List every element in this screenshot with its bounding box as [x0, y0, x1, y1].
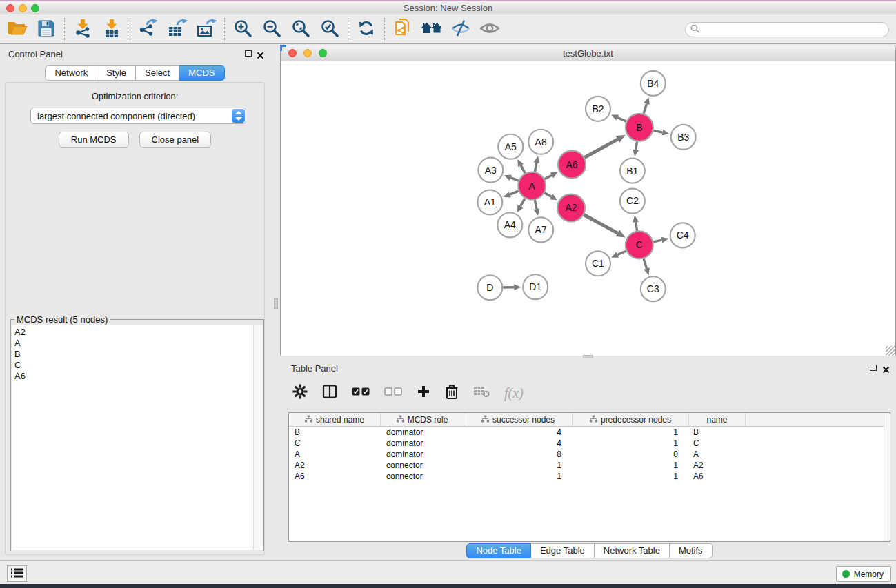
- vertical-divider-handle[interactable]: [274, 298, 278, 309]
- zoom-in-button[interactable]: [228, 16, 257, 43]
- graph-node-d1[interactable]: D1: [523, 274, 548, 299]
- mcds-result-item[interactable]: A6: [14, 371, 253, 382]
- deselect-all-button[interactable]: [384, 387, 402, 399]
- graph-node-a4[interactable]: A4: [497, 212, 522, 237]
- tab-style[interactable]: Style: [97, 65, 136, 81]
- window-titlebar[interactable]: Session: New Session: [0, 1, 896, 14]
- show-network-button[interactable]: [475, 16, 504, 43]
- network-window-titlebar[interactable]: testGlobe.txt: [281, 45, 895, 61]
- float-panel-icon[interactable]: [245, 50, 252, 57]
- graph-edge[interactable]: [636, 222, 637, 231]
- network-canvas[interactable]: AA1A3A5A8A6A2A4A7BB1B2B3B4CC1C2C3C4DD1: [281, 61, 895, 356]
- table-row[interactable]: Adominator80A: [289, 449, 890, 460]
- criterion-select[interactable]: largest connected component (directed): [30, 108, 246, 124]
- graph-node-a8[interactable]: A8: [528, 130, 553, 154]
- close-panel-icon[interactable]: [257, 50, 264, 57]
- mcds-result-item[interactable]: A2: [14, 327, 253, 338]
- export-network-button[interactable]: [134, 16, 163, 43]
- function-builder-button[interactable]: f(x): [504, 385, 524, 401]
- zoom-network-button[interactable]: [319, 49, 327, 57]
- graph-node-a1[interactable]: A1: [477, 190, 502, 215]
- tab-edge-table[interactable]: Edge Table: [531, 543, 595, 558]
- zoom-window-button[interactable]: [31, 4, 39, 12]
- column-header-shared-name[interactable]: shared name: [289, 413, 381, 427]
- graph-node-d[interactable]: D: [477, 275, 502, 300]
- graph-edge[interactable]: [617, 251, 626, 255]
- graph-edge[interactable]: [653, 130, 662, 132]
- delete-table-button[interactable]: [473, 385, 490, 401]
- split-view-button[interactable]: [322, 384, 337, 402]
- hide-network-button[interactable]: [446, 16, 475, 43]
- graph-edge[interactable]: [521, 165, 525, 173]
- mcds-result-item[interactable]: B: [14, 349, 253, 360]
- table-row[interactable]: Cdominator41C: [289, 438, 890, 449]
- tab-motifs[interactable]: Motifs: [670, 543, 713, 558]
- graph-node-a5[interactable]: A5: [498, 134, 523, 159]
- run-mcds-button[interactable]: Run MCDS: [59, 132, 129, 148]
- add-row-button[interactable]: [417, 385, 430, 401]
- graph-node-a3[interactable]: A3: [478, 158, 503, 183]
- graph-node-a2[interactable]: A2: [557, 194, 585, 222]
- close-panel-icon[interactable]: [882, 364, 890, 372]
- tab-mcds[interactable]: MCDS: [179, 65, 224, 81]
- tab-network[interactable]: Network: [45, 65, 97, 81]
- minimize-network-button[interactable]: [303, 49, 312, 57]
- minimize-window-button[interactable]: [19, 4, 27, 12]
- import-table-button[interactable]: [97, 16, 126, 43]
- graph-edge[interactable]: [535, 200, 537, 209]
- graph-edge[interactable]: [617, 118, 626, 122]
- graph-edge[interactable]: [510, 178, 518, 181]
- column-header-name[interactable]: name: [689, 413, 746, 427]
- resize-grip[interactable]: [886, 346, 895, 356]
- graph-edge[interactable]: [584, 215, 617, 234]
- close-network-button[interactable]: [288, 49, 297, 57]
- graph-edge[interactable]: [545, 175, 552, 179]
- graph-edge[interactable]: [520, 199, 525, 207]
- save-session-button[interactable]: [32, 16, 61, 43]
- tab-network-table[interactable]: Network Table: [595, 543, 670, 558]
- network-graph[interactable]: AA1A3A5A8A6A2A4A7BB1B2B3B4CC1C2C3C4DD1: [281, 61, 895, 356]
- tab-node-table[interactable]: Node Table: [466, 543, 531, 558]
- select-all-button[interactable]: [352, 387, 370, 399]
- table-row[interactable]: Bdominator41B: [289, 427, 890, 438]
- result-list-scrollbar[interactable]: [253, 325, 263, 550]
- graph-node-b3[interactable]: B3: [671, 125, 696, 150]
- column-header-mcds-role[interactable]: MCDS role: [381, 413, 464, 427]
- table-row[interactable]: A6connector11A6: [289, 471, 890, 482]
- graph-node-b1[interactable]: B1: [620, 159, 645, 183]
- graph-node-b2[interactable]: B2: [586, 97, 610, 121]
- graph-node-c3[interactable]: C3: [641, 276, 666, 301]
- export-image-button[interactable]: [192, 16, 221, 43]
- zoom-out-button[interactable]: [257, 16, 286, 43]
- graph-node-a6[interactable]: A6: [558, 151, 586, 179]
- graph-edge[interactable]: [644, 103, 646, 113]
- graph-edge[interactable]: [544, 193, 551, 197]
- import-network-button[interactable]: [68, 16, 97, 43]
- clone-network-button[interactable]: [388, 16, 417, 43]
- graph-edge[interactable]: [510, 191, 519, 194]
- table-row[interactable]: A2connector11A2: [289, 460, 890, 471]
- show-all-networks-button[interactable]: [417, 16, 446, 43]
- column-header-successor-nodes[interactable]: successor nodes: [464, 413, 573, 427]
- graph-edge[interactable]: [584, 139, 617, 157]
- graph-node-c4[interactable]: C4: [670, 223, 695, 247]
- graph-node-a[interactable]: A: [518, 172, 546, 200]
- mcds-result-item[interactable]: A: [14, 338, 253, 349]
- memory-button[interactable]: Memory: [836, 566, 891, 582]
- graph-node-c1[interactable]: C1: [586, 251, 610, 276]
- tab-select[interactable]: Select: [136, 65, 179, 81]
- graph-node-c2[interactable]: C2: [620, 189, 645, 214]
- task-history-button[interactable]: [7, 565, 27, 582]
- graph-node-a7[interactable]: A7: [528, 217, 553, 242]
- column-header-predecessor-nodes[interactable]: predecessor nodes: [573, 413, 689, 427]
- graph-edge[interactable]: [644, 258, 646, 268]
- graph-edge[interactable]: [636, 141, 637, 150]
- close-panel-button[interactable]: Close panel: [139, 132, 212, 148]
- open-session-button[interactable]: [3, 16, 32, 43]
- search-input[interactable]: [703, 23, 888, 36]
- delete-row-button[interactable]: [445, 384, 459, 403]
- graph-node-b4[interactable]: B4: [641, 71, 666, 96]
- export-table-button[interactable]: [163, 16, 192, 43]
- graph-edge[interactable]: [535, 163, 537, 172]
- graph-edge[interactable]: [653, 240, 661, 242]
